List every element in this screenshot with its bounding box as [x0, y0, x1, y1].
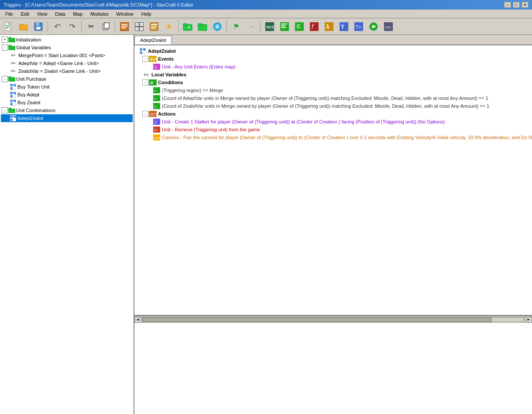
- text-btn[interactable]: T: [337, 20, 351, 34]
- event-unit-enters[interactable]: U Unit - Any Unit Enters (Entire map): [136, 63, 530, 71]
- tab-bar: AdeptZealot: [134, 35, 532, 45]
- menu-edit[interactable]: Edit: [17, 10, 33, 17]
- maximize-button[interactable]: □: [513, 2, 520, 8]
- trigger-name-header: AdeptZealot: [136, 47, 530, 55]
- grid-btn[interactable]: [132, 20, 146, 34]
- menu-file[interactable]: File: [2, 10, 17, 17]
- func-btn[interactable]: f: [307, 20, 321, 34]
- label-unit-purchase: Unit Purchase: [16, 76, 46, 82]
- condition-2-label: (Count of AdeptVar units in Merge owned …: [162, 96, 488, 101]
- open-button[interactable]: [17, 20, 31, 34]
- svg-rect-67: [14, 92, 16, 94]
- event-unit-enters-label: Unit - Any Unit Enters (Entire map): [162, 64, 236, 69]
- svg-rect-16: [121, 26, 127, 27]
- events-section-header: - EVT Events: [136, 55, 530, 63]
- camera-btn[interactable]: [210, 20, 224, 34]
- tree-node-buy-zealot[interactable]: Buy Zealot: [1, 99, 133, 106]
- action-3[interactable]: CAM Camera - Pan the camera for player (…: [136, 133, 530, 141]
- scroll-track[interactable]: [142, 317, 524, 322]
- redo-button[interactable]: ↷: [65, 20, 79, 34]
- expand-global-variables[interactable]: -: [2, 44, 8, 51]
- expand-conditions[interactable]: -: [142, 79, 148, 86]
- tree-node-initialization[interactable]: + Initialization: [1, 36, 133, 44]
- copy2-btn[interactable]: C: [292, 20, 306, 34]
- tree-node-global-variables[interactable]: - Global Variables: [1, 44, 133, 51]
- copy-button[interactable]: [99, 20, 113, 34]
- condition-1[interactable]: = (Triggering region) == Merge: [136, 86, 530, 94]
- svg-text:=: =: [154, 96, 156, 101]
- minimize-button[interactable]: ─: [504, 2, 511, 8]
- label-buy-zealot: Buy Zealot: [17, 100, 41, 105]
- scroll-left-button[interactable]: ◄: [134, 317, 141, 323]
- action-2[interactable]: U Unit - Remove (Triggering unit) from t…: [136, 126, 530, 133]
- lambda-btn[interactable]: λ: [322, 20, 336, 34]
- new-button[interactable]: [2, 20, 16, 34]
- right-panel: AdeptZealot AdeptZealot -: [134, 35, 532, 414]
- folder-icon-initialization: [8, 36, 15, 43]
- events-label: Events: [158, 56, 174, 62]
- expand-unit-purchase[interactable]: -: [2, 76, 8, 82]
- trigger2-btn[interactable]: [278, 20, 292, 34]
- menu-window[interactable]: Window: [113, 10, 137, 17]
- undo-button[interactable]: ↶: [50, 20, 64, 34]
- svg-rect-29: [183, 24, 187, 26]
- trigger-tree-panel: + Initialization - Global Variables ×= M…: [0, 35, 134, 414]
- label-adept-var: AdeptVar = Adept <Game Link - Unit>: [18, 61, 99, 66]
- tree-node-unit-purchase[interactable]: - Unit Purchase: [1, 75, 133, 83]
- svg-text:U: U: [154, 120, 157, 124]
- trigger-edit-btn[interactable]: [147, 20, 161, 34]
- tree-node-buy-adept[interactable]: Buy Adept: [1, 91, 133, 99]
- expand-initialization[interactable]: +: [2, 37, 8, 43]
- condition-2[interactable]: = (Count of AdeptVar units in Merge owne…: [136, 94, 530, 102]
- condition-1-label: (Triggering region) == Merge: [162, 88, 223, 93]
- expand-events[interactable]: -: [142, 56, 148, 62]
- horizontal-scrollbar[interactable]: ◄ ►: [134, 316, 532, 323]
- svg-text:+: +: [188, 25, 190, 30]
- toolbar-sep-6: [260, 21, 261, 33]
- tree-node-unit-combinations[interactable]: - Unit Combinations: [1, 106, 133, 114]
- play-btn[interactable]: [367, 20, 381, 34]
- menu-data[interactable]: Data: [51, 10, 69, 17]
- scroll-right-button[interactable]: ►: [525, 317, 532, 323]
- save-button[interactable]: [31, 20, 45, 34]
- label-merge-point: MergePoint = Start Location 001 <Point>: [18, 53, 105, 58]
- menu-view[interactable]: View: [34, 10, 51, 17]
- label-buy-adept: Buy Adept: [17, 92, 39, 97]
- expand-unit-combinations[interactable]: -: [2, 107, 8, 113]
- tree-node-adept-zealot[interactable]: AdeptZealot: [1, 114, 133, 122]
- svg-rect-56: [8, 37, 11, 39]
- title-text: Triggers - [C:/Users/Team/Documents/Star…: [3, 2, 193, 7]
- arrow-right-btn[interactable]: →: [244, 20, 258, 34]
- sc-btn[interactable]: SC2: [263, 20, 277, 34]
- menu-modules[interactable]: Modules: [87, 10, 112, 17]
- tab-adept-zealot[interactable]: AdeptZealot: [134, 36, 172, 44]
- menu-help[interactable]: Help: [138, 10, 155, 17]
- svg-text:T: T: [341, 24, 344, 30]
- svg-rect-22: [140, 27, 143, 31]
- tree-node-merge-point[interactable]: ×= MergePoint = Start Location 001 <Poin…: [1, 51, 133, 59]
- close-button[interactable]: ✕: [522, 2, 529, 8]
- condition-3[interactable]: = (Count of ZealotVar units in Merge own…: [136, 102, 530, 110]
- svg-rect-60: [8, 76, 11, 78]
- scroll-thumb[interactable]: [143, 318, 492, 322]
- svg-rect-27: [151, 27, 155, 28]
- expand-actions[interactable]: -: [142, 111, 148, 117]
- num-btn[interactable]: 123: [381, 20, 395, 34]
- text2-btn[interactable]: T=: [352, 20, 366, 34]
- folder-open-btn[interactable]: [196, 20, 209, 34]
- star-btn[interactable]: ★: [162, 20, 176, 34]
- svg-rect-2: [6, 25, 10, 26]
- cut-button[interactable]: ✂: [84, 20, 98, 34]
- menu-map[interactable]: Map: [70, 10, 86, 17]
- tree-node-buy-token-unit[interactable]: Buy Token Unit: [1, 83, 133, 91]
- label-unit-combinations: Unit Combinations: [16, 108, 55, 113]
- trigger-icon-btn[interactable]: [117, 20, 131, 34]
- action-1[interactable]: U Unit - Create 1 Stalker for player (Ow…: [136, 118, 530, 126]
- folder-new-btn[interactable]: +: [181, 20, 195, 34]
- tree-node-zealot-var[interactable]: ×= ZealotVar = Zealot <Game Link - Unit>: [1, 67, 133, 75]
- tree-node-adept-var[interactable]: ×= AdeptVar = Adept <Game Link - Unit>: [1, 59, 133, 67]
- tree-container: + Initialization - Global Variables ×= M…: [0, 35, 134, 123]
- svg-rect-3: [6, 27, 10, 27]
- flag-btn[interactable]: ⚑: [229, 20, 243, 34]
- svg-rect-21: [135, 27, 139, 31]
